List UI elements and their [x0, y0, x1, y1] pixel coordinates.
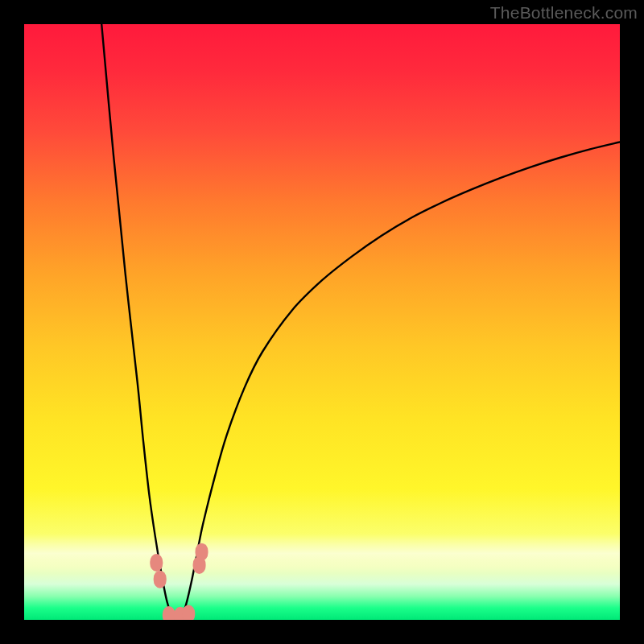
plot-area: [24, 24, 620, 620]
marker-group: [150, 543, 208, 620]
bottleneck-curve: [101, 24, 620, 618]
data-marker: [196, 543, 208, 561]
curve-group: [101, 24, 620, 618]
chart-frame: TheBottleneck.com: [0, 0, 644, 644]
bottleneck-curve-svg: [24, 24, 620, 620]
data-marker: [163, 606, 175, 620]
data-marker: [154, 571, 167, 588]
data-marker: [182, 605, 195, 620]
data-marker: [150, 554, 163, 572]
watermark-text: TheBottleneck.com: [490, 3, 638, 23]
